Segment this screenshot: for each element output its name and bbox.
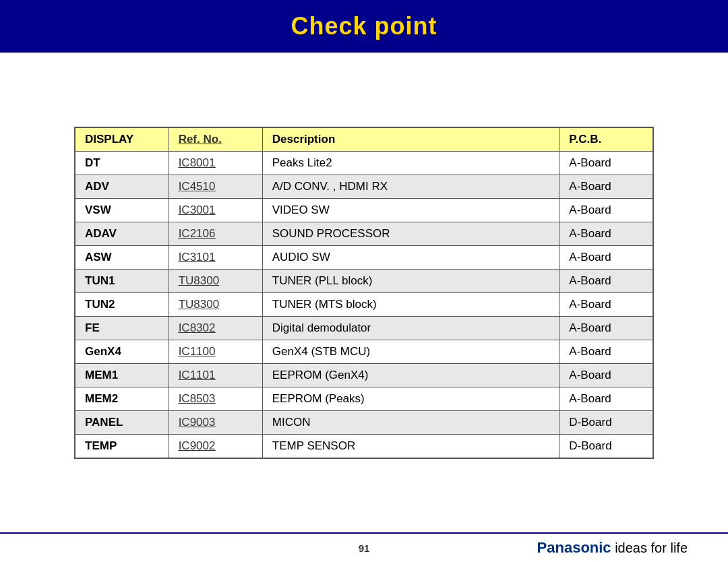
table-row: ADVIC4510A/D CONV. , HDMI RXA-Board xyxy=(75,175,653,198)
cell-description: MICON xyxy=(262,410,559,434)
cell-display: FE xyxy=(75,316,169,340)
cell-ref: IC3101 xyxy=(169,245,262,269)
col-header-pcb: P.C.B. xyxy=(559,127,653,152)
cell-ref: IC8302 xyxy=(169,316,262,340)
cell-ref: IC4510 xyxy=(169,175,262,198)
cell-display: DT xyxy=(75,151,169,175)
cell-ref: IC9003 xyxy=(169,410,262,434)
cell-display: ADAV xyxy=(75,222,169,245)
cell-description: AUDIO SW xyxy=(262,245,559,269)
cell-display: VSW xyxy=(75,198,169,222)
cell-display: GenX4 xyxy=(75,340,169,363)
cell-ref: TU8300 xyxy=(169,292,262,316)
cell-pcb: D-Board xyxy=(559,410,653,434)
header-bar: Check point xyxy=(0,0,728,53)
table-row: TEMPIC9002TEMP SENSORD-Board xyxy=(75,434,653,458)
cell-description: TEMP SENSOR xyxy=(262,434,559,458)
table-row: GenX4IC1100GenX4 (STB MCU)A-Board xyxy=(75,340,653,363)
table-row: MEM1IC1101EEPROM (GenX4)A-Board xyxy=(75,363,653,387)
cell-description: A/D CONV. , HDMI RX xyxy=(262,175,559,198)
cell-description: SOUND PROCESSOR xyxy=(262,222,559,245)
main-content: DISPLAY Ref. No. Description P.C.B. DTIC… xyxy=(0,53,728,532)
cell-description: EEPROM (Peaks) xyxy=(262,387,559,410)
cell-ref: IC9002 xyxy=(169,434,262,458)
cell-description: TUNER (PLL block) xyxy=(262,269,559,292)
cell-ref: IC1100 xyxy=(169,340,262,363)
cell-display: MEM1 xyxy=(75,363,169,387)
cell-display: MEM2 xyxy=(75,387,169,410)
cell-description: VIDEO SW xyxy=(262,198,559,222)
cell-pcb: A-Board xyxy=(559,387,653,410)
page-title: Check point xyxy=(291,12,437,40)
cell-display: ASW xyxy=(75,245,169,269)
cell-pcb: A-Board xyxy=(559,292,653,316)
table-row: ASWIC3101AUDIO SWA-Board xyxy=(75,245,653,269)
cell-display: TUN2 xyxy=(75,292,169,316)
cell-pcb: A-Board xyxy=(559,198,653,222)
cell-ref: IC1101 xyxy=(169,363,262,387)
col-header-desc: Description xyxy=(262,127,559,152)
brand-slogan: ideas for life xyxy=(611,540,688,555)
table-header-row: DISPLAY Ref. No. Description P.C.B. xyxy=(75,127,653,152)
cell-ref: IC2106 xyxy=(169,222,262,245)
table-row: FEIC8302Digital demodulatorA-Board xyxy=(75,316,653,340)
cell-ref: IC8001 xyxy=(169,151,262,175)
cell-pcb: A-Board xyxy=(559,245,653,269)
table-row: TUN1TU8300TUNER (PLL block)A-Board xyxy=(75,269,653,292)
cell-pcb: A-Board xyxy=(559,269,653,292)
table-row: ADAVIC2106SOUND PROCESSORA-Board xyxy=(75,222,653,245)
cell-ref: TU8300 xyxy=(169,269,262,292)
cell-pcb: A-Board xyxy=(559,222,653,245)
check-point-table: DISPLAY Ref. No. Description P.C.B. DTIC… xyxy=(74,127,654,459)
cell-description: Digital demodulator xyxy=(262,316,559,340)
cell-description: EEPROM (GenX4) xyxy=(262,363,559,387)
cell-description: Peaks Lite2 xyxy=(262,151,559,175)
cell-ref: IC3001 xyxy=(169,198,262,222)
cell-pcb: A-Board xyxy=(559,363,653,387)
cell-display: PANEL xyxy=(75,410,169,434)
footer: 91 Panasonic ideas for life xyxy=(0,532,728,562)
cell-display: TEMP xyxy=(75,434,169,458)
table-row: VSWIC3001VIDEO SWA-Board xyxy=(75,198,653,222)
brand-name: Panasonic xyxy=(537,539,611,556)
cell-display: ADV xyxy=(75,175,169,198)
table-row: TUN2TU8300TUNER (MTS block)A-Board xyxy=(75,292,653,316)
cell-pcb: A-Board xyxy=(559,175,653,198)
brand-tagline: Panasonic ideas for life xyxy=(537,539,688,557)
cell-pcb: D-Board xyxy=(559,434,653,458)
cell-pcb: A-Board xyxy=(559,316,653,340)
table-row: PANELIC9003MICOND-Board xyxy=(75,410,653,434)
table-row: DTIC8001Peaks Lite2A-Board xyxy=(75,151,653,175)
footer-right: Panasonic ideas for life xyxy=(472,539,688,557)
page-number: 91 xyxy=(256,542,472,554)
cell-description: GenX4 (STB MCU) xyxy=(262,340,559,363)
cell-display: TUN1 xyxy=(75,269,169,292)
col-header-display: DISPLAY xyxy=(75,127,169,152)
table-row: MEM2IC8503EEPROM (Peaks)A-Board xyxy=(75,387,653,410)
cell-description: TUNER (MTS block) xyxy=(262,292,559,316)
cell-pcb: A-Board xyxy=(559,151,653,175)
col-header-ref: Ref. No. xyxy=(169,127,262,152)
cell-ref: IC8503 xyxy=(169,387,262,410)
cell-pcb: A-Board xyxy=(559,340,653,363)
